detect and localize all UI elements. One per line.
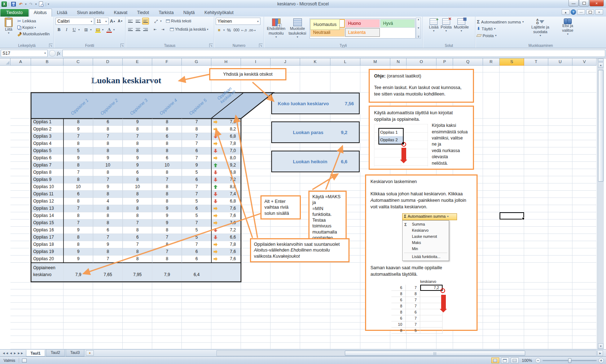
column-header-B[interactable]: B bbox=[31, 58, 63, 66]
grade-cell[interactable]: 9 bbox=[77, 227, 80, 232]
tab-sivun-asettelu[interactable]: Sivun asettelu bbox=[72, 9, 109, 17]
grade-cell[interactable]: 10 bbox=[76, 184, 80, 189]
grade-cell[interactable]: 5 bbox=[196, 235, 198, 240]
merge-center-button[interactable]: Yhdistä ja keskitä ▾ bbox=[170, 26, 208, 32]
column-header-P[interactable]: P bbox=[436, 58, 453, 66]
autosum-button[interactable]: ΣAutomaattinen summa ▾ bbox=[477, 18, 524, 25]
tab-tiedot[interactable]: Tiedot bbox=[132, 9, 154, 17]
grade-cell[interactable]: 9 bbox=[77, 126, 80, 132]
increase-indent-icon[interactable]: ⇥ bbox=[159, 26, 166, 33]
grade-cell[interactable]: 7 bbox=[196, 155, 198, 160]
column-header-I[interactable]: I bbox=[241, 58, 271, 66]
normal-view-button[interactable] bbox=[491, 358, 499, 363]
grade-cell[interactable]: 8 bbox=[166, 184, 168, 189]
grade-cell[interactable]: 5 bbox=[196, 199, 198, 204]
grade-cell[interactable]: 7 bbox=[196, 141, 198, 146]
grade-cell[interactable]: 7 bbox=[136, 242, 139, 247]
column-header-E[interactable]: E bbox=[123, 58, 152, 66]
grade-cell[interactable]: 7 bbox=[107, 134, 109, 139]
grade-cell[interactable]: 8 bbox=[77, 235, 80, 240]
grade-cell[interactable]: 7 bbox=[196, 242, 198, 247]
grade-cell[interactable]: 8 bbox=[166, 119, 168, 124]
zoom-out-button[interactable]: − bbox=[535, 358, 541, 363]
horizontal-scroll-thumb[interactable] bbox=[345, 351, 525, 356]
grade-cell[interactable]: 4 bbox=[107, 199, 109, 204]
tab-tarkista[interactable]: Tarkista bbox=[154, 9, 178, 17]
select-all-corner[interactable] bbox=[0, 58, 10, 66]
column-header-N[interactable]: N bbox=[390, 58, 407, 66]
grade-cell[interactable]: 6 bbox=[196, 177, 198, 182]
grade-cell[interactable]: 9 bbox=[107, 184, 109, 189]
grade-cell[interactable]: 7 bbox=[166, 235, 168, 240]
zoom-slider[interactable] bbox=[543, 360, 597, 361]
grade-cell[interactable]: 7 bbox=[196, 184, 198, 189]
minimize-ribbon-icon[interactable]: ▴ bbox=[562, 9, 570, 15]
page-layout-view-button[interactable] bbox=[501, 358, 509, 363]
grade-cell[interactable]: 8 bbox=[166, 199, 168, 204]
grade-cell[interactable]: 9 bbox=[136, 155, 139, 160]
column-header-K[interactable]: K bbox=[300, 58, 330, 66]
grade-cell[interactable]: 7 bbox=[196, 191, 198, 196]
grade-cell[interactable]: 10 bbox=[105, 163, 110, 168]
grade-cell[interactable]: 8 bbox=[107, 206, 109, 211]
align-bottom-icon[interactable] bbox=[142, 18, 149, 25]
grade-cell[interactable]: 8 bbox=[166, 170, 168, 175]
column-header-T[interactable]: T bbox=[524, 58, 548, 66]
column-header-M[interactable]: M bbox=[360, 58, 390, 66]
grade-cell[interactable]: 6 bbox=[166, 155, 168, 160]
grade-cell[interactable]: 8 bbox=[107, 148, 109, 153]
grade-cell[interactable]: 8 bbox=[77, 213, 80, 218]
minimize-button[interactable]: — bbox=[568, 0, 579, 6]
decrease-indent-icon[interactable]: ⇤ bbox=[152, 26, 159, 33]
grade-cell[interactable]: 9 bbox=[166, 206, 168, 211]
tab-aloitus[interactable]: Aloitus bbox=[29, 9, 52, 17]
customize-qat-icon[interactable]: ▾ bbox=[48, 3, 49, 6]
zoom-level[interactable]: 100% bbox=[522, 358, 532, 363]
percent-icon[interactable]: % bbox=[225, 27, 232, 34]
italic-button[interactable]: I bbox=[63, 26, 70, 33]
vertical-scroll-thumb[interactable] bbox=[598, 70, 603, 182]
format-painter-button[interactable]: Muotoilusivellin bbox=[17, 31, 50, 37]
column-header-S[interactable]: S bbox=[500, 58, 524, 66]
grade-cell[interactable]: 8 bbox=[166, 242, 168, 247]
cell-style-calc[interactable]: Laskenta bbox=[345, 28, 380, 37]
grade-cell[interactable]: 8 bbox=[166, 141, 168, 146]
cell-style-good[interactable]: Hyvä bbox=[380, 19, 415, 28]
grade-cell[interactable]: 8 bbox=[77, 199, 80, 204]
restore-button[interactable] bbox=[579, 0, 589, 6]
grade-cell[interactable]: 8 bbox=[107, 220, 109, 225]
column-header-A[interactable]: A bbox=[10, 58, 31, 66]
scroll-up-icon[interactable]: ▲ bbox=[598, 62, 603, 68]
grade-cell[interactable]: 8 bbox=[107, 170, 109, 175]
grade-cell[interactable]: 7 bbox=[107, 256, 109, 261]
grade-cell[interactable]: 8 bbox=[77, 119, 80, 124]
grade-cell[interactable]: 8 bbox=[166, 191, 168, 196]
grade-cell[interactable]: 6 bbox=[196, 206, 198, 211]
undo-icon[interactable]: ↶ bbox=[18, 1, 24, 7]
grade-cell[interactable]: 7 bbox=[107, 235, 109, 240]
workbook-minimize-icon[interactable]: — bbox=[577, 9, 585, 15]
grade-cell[interactable]: 8 bbox=[166, 148, 168, 153]
grade-cell[interactable]: 9 bbox=[77, 155, 80, 160]
column-header-D[interactable]: D bbox=[93, 58, 123, 66]
class-best-box[interactable]: Luokan paras 9,2 bbox=[271, 121, 360, 143]
orientation-icon[interactable]: ⤢ bbox=[153, 18, 159, 25]
clear-button[interactable]: Poista ▾ bbox=[477, 32, 524, 39]
cut-button[interactable]: ✂Leikkaa bbox=[17, 18, 50, 24]
grade-cell[interactable]: 9 bbox=[136, 119, 139, 124]
grade-cell[interactable]: 6 bbox=[196, 148, 198, 153]
last-sheet-icon[interactable]: ►► bbox=[17, 351, 24, 355]
grade-cell[interactable]: 6 bbox=[136, 170, 139, 175]
sheet-tab-taul3[interactable]: Taul3 bbox=[66, 350, 84, 356]
grade-cell[interactable]: 8 bbox=[196, 126, 198, 132]
wrap-text-button[interactable]: Rivitä teksti bbox=[166, 18, 191, 24]
column-header-R[interactable]: R bbox=[483, 58, 500, 66]
grade-cell[interactable]: 8 bbox=[107, 141, 109, 146]
grow-font-button[interactable]: A▲ bbox=[109, 18, 116, 25]
grade-cell[interactable]: 5 bbox=[196, 227, 198, 232]
grade-cell[interactable]: 8 bbox=[107, 213, 109, 218]
align-right-icon[interactable] bbox=[142, 26, 149, 33]
currency-icon[interactable]: ¤ bbox=[216, 27, 223, 34]
grade-cell[interactable]: 8 bbox=[136, 256, 139, 261]
borders-button[interactable]: ⊞ bbox=[83, 26, 89, 33]
